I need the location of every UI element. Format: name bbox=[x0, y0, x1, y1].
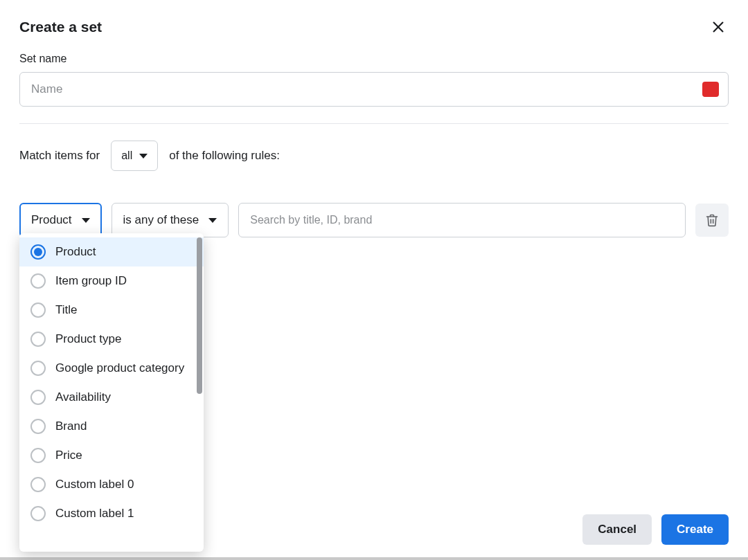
scrollbar-thumb[interactable] bbox=[197, 237, 202, 394]
modal-footer: Cancel Create bbox=[582, 514, 729, 545]
radio-icon bbox=[30, 390, 46, 405]
rule-field-select[interactable]: Product bbox=[19, 203, 102, 237]
dropdown-option-label: Product bbox=[55, 244, 96, 259]
create-button[interactable]: Create bbox=[661, 514, 729, 545]
radio-icon bbox=[30, 477, 46, 492]
trash-icon bbox=[705, 213, 719, 227]
radio-icon bbox=[30, 506, 46, 521]
match-prefix-text: Match items for bbox=[19, 149, 100, 163]
chevron-down-icon bbox=[208, 218, 217, 223]
dropdown-option-label: Availability bbox=[55, 390, 111, 404]
section-divider bbox=[19, 123, 729, 124]
chevron-down-icon bbox=[139, 154, 148, 159]
dropdown-option-label: Custom label 0 bbox=[55, 477, 134, 491]
radio-icon bbox=[30, 361, 46, 376]
rule-value-input[interactable] bbox=[238, 203, 686, 237]
dropdown-option-label: Product type bbox=[55, 332, 121, 346]
radio-icon bbox=[30, 273, 46, 289]
modal-title: Create a set bbox=[19, 19, 102, 35]
radio-icon bbox=[30, 302, 46, 318]
match-suffix-text: of the following rules: bbox=[169, 149, 280, 163]
dropdown-option[interactable]: Brand bbox=[19, 412, 204, 441]
rule-row: Product is any of these bbox=[19, 203, 729, 237]
close-icon bbox=[711, 19, 726, 35]
rule-field-dropdown: ProductItem group IDTitleProduct typeGoo… bbox=[19, 233, 204, 552]
delete-rule-button[interactable] bbox=[695, 204, 729, 237]
match-rule-row: Match items for all of the following rul… bbox=[19, 141, 729, 171]
rule-operator-value: is any of these bbox=[123, 213, 199, 227]
radio-icon bbox=[30, 419, 46, 434]
rule-field-value: Product bbox=[31, 213, 72, 227]
modal-header: Create a set bbox=[19, 17, 729, 37]
rule-operator-select[interactable]: is any of these bbox=[112, 203, 229, 237]
match-scope-select[interactable]: all bbox=[111, 141, 158, 171]
set-name-row bbox=[19, 72, 729, 107]
close-button[interactable] bbox=[708, 17, 729, 37]
dropdown-option[interactable]: Availability bbox=[19, 383, 204, 412]
dropdown-option[interactable]: Custom label 1 bbox=[19, 499, 204, 528]
dropdown-option-label: Custom label 1 bbox=[55, 506, 134, 521]
cancel-button[interactable]: Cancel bbox=[582, 514, 652, 545]
create-set-modal: Create a set Set name Match items for al… bbox=[0, 0, 748, 560]
required-badge-icon bbox=[702, 82, 719, 97]
set-name-label: Set name bbox=[19, 53, 729, 65]
radio-icon bbox=[30, 448, 46, 463]
dropdown-option[interactable]: Product bbox=[19, 237, 204, 267]
dropdown-option-label: Title bbox=[55, 302, 78, 317]
chevron-down-icon bbox=[82, 218, 90, 223]
dropdown-option[interactable]: Item group ID bbox=[19, 267, 204, 296]
dropdown-option-label: Brand bbox=[55, 419, 87, 433]
dropdown-option[interactable]: Custom label 0 bbox=[19, 470, 204, 499]
radio-icon bbox=[30, 244, 46, 260]
dropdown-option[interactable]: Google product category bbox=[19, 354, 204, 383]
dropdown-option-label: Google product category bbox=[55, 361, 184, 375]
dropdown-option[interactable]: Title bbox=[19, 296, 204, 325]
match-scope-value: all bbox=[121, 150, 132, 162]
set-name-input[interactable] bbox=[19, 72, 729, 107]
dropdown-option-label: Price bbox=[55, 448, 82, 462]
dropdown-option[interactable]: Product type bbox=[19, 325, 204, 354]
radio-icon bbox=[30, 332, 46, 347]
dropdown-option[interactable]: Price bbox=[19, 441, 204, 470]
dropdown-option-label: Item group ID bbox=[55, 273, 127, 288]
